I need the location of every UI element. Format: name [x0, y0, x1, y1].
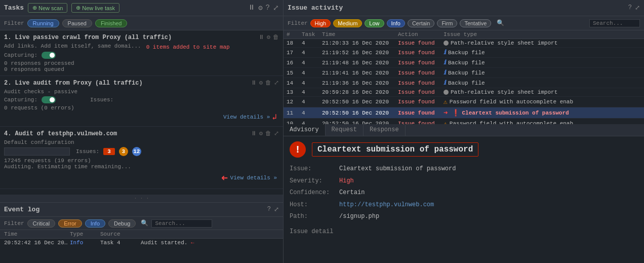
issue-table: # Task Time Action Issue type 18 4 21:20…	[284, 30, 644, 124]
advisory-details: Issue: Cleartext submission of password …	[290, 164, 638, 238]
task-2-settings-icon[interactable]: ⚙	[259, 79, 263, 87]
task-4-name: 4. Audit of testphp.vulnweb.com	[4, 130, 117, 137]
issue-row-17[interactable]: 17 4 21:19:52 16 Dec 2020 Issue found ℹ …	[284, 48, 644, 58]
issue-filter-label: Filter	[288, 20, 308, 26]
issue-row-10[interactable]: 10 4 20:52:50 16 Dec 2020 Issue found ⚠ …	[284, 119, 644, 124]
task-2-desc: Audit checks - passive	[4, 89, 279, 95]
task-2-expand-icon[interactable]: ⤢	[274, 79, 279, 87]
task-1-items-added: 0 items added to site map	[146, 44, 230, 50]
tab-response[interactable]: Response	[364, 124, 406, 136]
filter-info[interactable]: Info	[85, 219, 105, 228]
issue-row-16[interactable]: 16 4 21:19:48 16 Dec 2020 Issue found ℹ …	[284, 58, 644, 68]
filter-firm[interactable]: Firm	[437, 19, 457, 27]
filter-finished[interactable]: Finished	[95, 19, 128, 27]
adv-val-host: http://testphp.vulnweb.com	[339, 200, 434, 211]
task-1-settings-icon[interactable]: ⚙	[267, 33, 270, 41]
tasks-filter-bar: Filter Running Paused Finished	[0, 16, 283, 30]
task-1-name: 1. Live passive crawl from Proxy (all tr…	[4, 34, 172, 41]
event-arrow-icon: ←	[191, 240, 194, 246]
tab-advisory[interactable]: Advisory	[284, 124, 326, 136]
issue-row-11[interactable]: 11 4 20:52:50 16 Dec 2020 Issue found ➜ …	[284, 107, 644, 119]
icon-info-16: ℹ	[444, 59, 446, 66]
task-2-delete-icon[interactable]: 🗑	[265, 79, 271, 87]
ia-help-icon[interactable]: ?	[628, 4, 632, 12]
issue-filter-bar: Filter High Medium Low Info Certain Firm…	[284, 16, 644, 30]
task-4-auditing: Auditing. Estimating time remaining...	[4, 164, 279, 170]
event-log-expand-icon[interactable]: ⤢	[274, 206, 279, 213]
task-2-toggle[interactable]	[42, 96, 56, 103]
event-col-msg	[141, 231, 279, 237]
filter-critical[interactable]: Critical	[27, 219, 56, 228]
task-4-delete-icon[interactable]: 🗑	[265, 130, 271, 137]
help-icon[interactable]: ?	[266, 4, 270, 12]
task-1-desc: Add links. Add item itself, same domai..…	[4, 43, 141, 49]
task-4-expand-icon[interactable]: ⤢	[274, 130, 279, 137]
new-scan-button[interactable]: ⊕ New scan	[28, 3, 67, 13]
filter-paused[interactable]: Paused	[62, 19, 92, 27]
ia-search-icon: 🔍	[497, 19, 504, 27]
task-1-stat1: 0 responses processed	[4, 60, 279, 66]
issue-row-12[interactable]: 12 4 20:52:50 16 Dec 2020 Issue found ⚠ …	[284, 97, 644, 107]
filter-info-sev[interactable]: Info	[387, 19, 405, 27]
tab-request[interactable]: Request	[326, 124, 364, 136]
event-log-help-icon[interactable]: ?	[267, 206, 271, 213]
filter-running[interactable]: Running	[27, 19, 59, 27]
task-1-delete-icon[interactable]: 🗑	[273, 33, 279, 41]
col-task: Task	[302, 31, 322, 37]
settings-icon[interactable]: ⚙	[258, 4, 262, 12]
adv-key-host: Host:	[290, 200, 335, 211]
issue-row-13[interactable]: 13 4 20:59:28 16 Dec 2020 Issue found Pa…	[284, 88, 644, 97]
adv-key-confidence: Confidence:	[290, 187, 335, 199]
event-search-icon: 🔍	[141, 219, 148, 227]
event-filter-label: Filter	[4, 220, 24, 227]
task-4-pause-icon[interactable]: ⏸	[251, 130, 257, 137]
pause-icon[interactable]: ⏸	[248, 4, 255, 12]
filter-high[interactable]: High	[310, 19, 331, 27]
task-1-toggle[interactable]	[42, 52, 56, 59]
task-4-desc: Default configuration	[4, 139, 279, 145]
divider-dots: · · ·	[0, 195, 283, 202]
advisory-content: ! Cleartext submission of password Issue…	[284, 136, 644, 263]
task-item-1: 1. Live passive crawl from Proxy (all tr…	[0, 30, 283, 76]
ia-search-input[interactable]	[589, 19, 640, 27]
adv-key-severity: Severity:	[290, 176, 335, 187]
icon-warn-10: ⚠	[444, 120, 448, 124]
filter-tentative[interactable]: Tentative	[460, 19, 491, 27]
adv-key-path: Path:	[290, 211, 335, 222]
icon-info-15: ℹ	[444, 69, 446, 77]
icon-circle-13	[444, 90, 449, 95]
task-item-2: 2. Live audit from Proxy (all traffic) ⏸…	[0, 76, 283, 127]
task-4-view-details[interactable]: View details »	[230, 174, 277, 182]
circle-plus-icon: ⊕	[32, 5, 37, 11]
task-4-input[interactable]	[4, 147, 70, 156]
task-4-settings-icon[interactable]: ⚙	[259, 130, 263, 137]
filter-certain[interactable]: Certain	[408, 19, 434, 27]
event-row[interactable]: 20:52:42 16 Dec 2020 Info Task 4 Audit s…	[0, 239, 283, 247]
filter-medium[interactable]: Medium	[333, 19, 362, 27]
filter-error[interactable]: Error	[58, 219, 82, 228]
tasks-filter-label: Filter	[4, 20, 24, 26]
tasks-content: 1. Live passive crawl from Proxy (all tr…	[0, 30, 283, 195]
event-cell-source: Task 4	[100, 240, 141, 246]
new-live-task-button[interactable]: ⊕ New live task	[71, 3, 119, 13]
event-table: Time Type Source 20:52:42 16 Dec 2020 In…	[0, 230, 283, 263]
task-2-view-details[interactable]: View details »	[223, 113, 270, 121]
task-1-pause-icon[interactable]: ⏸	[258, 33, 264, 41]
issue-detail-label: Issue detail	[290, 227, 638, 238]
event-search-input[interactable]	[151, 219, 212, 228]
critical-icon: !	[290, 141, 306, 158]
filter-debug[interactable]: Debug	[108, 219, 136, 228]
filter-low[interactable]: Low	[365, 19, 384, 27]
advisory-title-row: ! Cleartext submission of password	[290, 141, 638, 158]
issue-row-15[interactable]: 15 4 21:19:41 16 Dec 2020 Issue found ℹ …	[284, 68, 644, 78]
ia-expand-icon[interactable]: ⤢	[635, 4, 640, 12]
task-2-name: 2. Live audit from Proxy (all traffic)	[4, 80, 143, 87]
task-4-requests: 17245 requests (19 errors)	[4, 158, 279, 164]
tasks-header: Tasks ⊕ New scan ⊕ New live task ⏸ ⚙ ? ⤢	[0, 0, 283, 16]
issue-row-14[interactable]: 14 4 21:19:36 16 Dec 2020 Issue found ℹ …	[284, 78, 644, 88]
event-cell-time: 20:52:42 16 Dec 2020	[4, 240, 70, 246]
task-4-arrow-icon: ➜	[221, 171, 228, 184]
task-2-pause-icon[interactable]: ⏸	[251, 79, 257, 87]
expand-icon[interactable]: ⤢	[273, 4, 279, 12]
issue-row-18[interactable]: 18 4 21:20:33 16 Dec 2020 Issue found Pa…	[284, 39, 644, 48]
